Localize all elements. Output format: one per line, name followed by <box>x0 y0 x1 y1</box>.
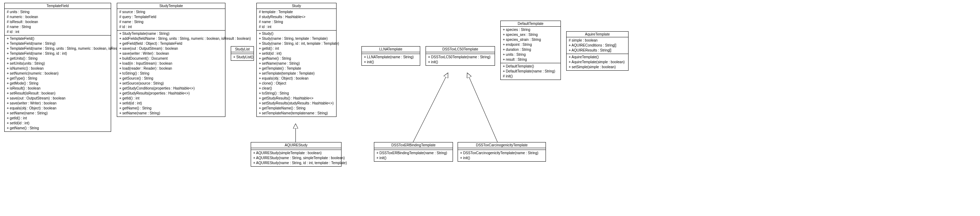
uml-member: # id : int <box>259 25 334 30</box>
uml-member: + save(writer : Writer) : boolean <box>119 51 223 56</box>
class-ops: + DSSToxCarcinogenicityTemplate(name : S… <box>458 150 546 161</box>
uml-member: + addFields(fieldName : String, units : … <box>119 36 223 41</box>
class-title: StudyTemplate <box>117 3 225 9</box>
uml-member: + getType() : String <box>7 76 108 81</box>
uml-member: + setTemplate(template : Template) <box>259 71 334 76</box>
uml-member: + setId(id : int) <box>7 121 108 126</box>
uml-member: + getTemplate() : Template <box>259 66 334 71</box>
uml-member: + getName() : String <box>259 56 334 61</box>
uml-member: # init() <box>503 74 558 79</box>
uml-member: + setStudyResults(studyResults : Hashtab… <box>259 101 334 106</box>
uml-member: # id : int <box>119 25 223 30</box>
uml-member: # studyResults : Hashtable<> <box>259 14 334 19</box>
uml-member: # id : int <box>7 30 108 35</box>
uml-member: # name : String <box>119 19 223 25</box>
class-ops: + AQUIREStudy(simpleTemplate : boolean)+… <box>251 150 341 166</box>
uml-member: + units : String <box>503 52 558 57</box>
class-AQUIREStudy: AQUIREStudy + AQUIREStudy(simpleTemplate… <box>251 142 342 167</box>
uml-member: + StudyList() <box>233 55 251 60</box>
uml-member: + DefaultTemplate() <box>503 64 558 69</box>
uml-member: + getStudyConditions(properties : Hashta… <box>119 86 223 91</box>
uml-member: + getField(field : Object) : TemplateFie… <box>119 41 223 46</box>
uml-member: + init() <box>364 60 418 65</box>
uml-member: + getStudyResults(properties : Hashtable… <box>119 91 223 96</box>
uml-member: + equals(obj : Object) : boolean <box>259 76 334 81</box>
class-ops: + StudyList() <box>231 54 253 60</box>
class-title: AquireTemplate <box>566 32 628 37</box>
uml-member: + endpoint : String <box>503 42 558 47</box>
uml-member: + species_sex : String <box>503 32 558 37</box>
uml-member: + Study() <box>259 31 334 36</box>
uml-member: + TemplateField(name : String) <box>7 41 108 46</box>
uml-member: + LLNATemplate(name : String) <box>364 55 418 60</box>
class-AquireTemplate: AquireTemplate # simple : boolean+ AQUIR… <box>566 31 628 71</box>
class-title: TemplateField <box>5 3 111 9</box>
class-attrs: # source : String# query : TemplateField… <box>117 9 225 30</box>
uml-member: + toString() : String <box>259 91 334 96</box>
uml-member: + clone() : Object <box>259 81 334 86</box>
uml-member: + DSSToxCarcinogenicityTemplate(name : S… <box>460 151 543 156</box>
uml-member: + AQUIREStudy(name : String, id : int, t… <box>253 161 339 166</box>
uml-member: + getName() : String <box>119 106 223 111</box>
uml-member: + save(out : OutputStream) : boolean <box>119 46 223 51</box>
uml-member: # name : String <box>7 25 108 30</box>
class-ops: + LLNATemplate(name : String)+ init() <box>362 54 420 65</box>
uml-member: + setTemplateName(templatename : String) <box>259 111 334 116</box>
uml-member: + setName(name : String) <box>119 111 223 116</box>
uml-member: + isResult() : boolean <box>7 86 108 91</box>
uml-member: + clear() <box>259 86 334 91</box>
uml-member: + getId() : int <box>7 116 108 121</box>
uml-member: + TemplateField(name : String, units : S… <box>7 46 108 51</box>
class-DefaultTemplate: DefaultTemplate + species : String+ spec… <box>500 20 561 80</box>
uml-member: + init() <box>428 60 493 65</box>
uml-member: + AQUIREStudy(name : String, simpleTempl… <box>253 156 339 161</box>
uml-member: # isResult : boolean <box>7 19 108 25</box>
uml-member: + DefaultTemplate(name : String) <box>503 69 558 74</box>
uml-member: + buildDocument() : Document <box>119 56 223 61</box>
uml-member: + getName() : String <box>7 126 108 131</box>
uml-member: + getMode() : String <box>7 81 108 86</box>
uml-member: + getId() : int <box>259 46 334 51</box>
uml-member: # query : TemplateField <box>119 14 223 19</box>
uml-member: + getId() : int <box>119 96 223 101</box>
uml-member: + getStudyResults() : Hashtable<> <box>259 96 334 101</box>
uml-member: + setName(name : String) <box>7 111 108 116</box>
uml-member: + save(out : OutputStream) : boolean <box>7 96 108 101</box>
uml-member: + toString() : String <box>119 71 223 76</box>
class-TemplateField: TemplateField # units : String# numeric … <box>4 3 111 132</box>
uml-member: + getSource() : String <box>119 76 223 81</box>
uml-member: + setSimple(simple : boolean) <box>569 65 626 69</box>
uml-member: + isNumeric() : boolean <box>7 66 108 71</box>
uml-member: + save(writer : Writer) : boolean <box>7 101 108 106</box>
class-title: DefaultTemplate <box>501 21 560 27</box>
uml-member: + setUnits(units : String) <box>7 61 108 66</box>
uml-member: # units : String <box>7 9 108 14</box>
uml-member: + AquireTemplate(simple : boolean) <box>569 60 626 65</box>
uml-member: # name : String <box>259 19 334 25</box>
uml-member: + AQUIREResults : String[] <box>569 48 626 53</box>
uml-member: + setId(id : int) <box>119 101 223 106</box>
class-ops: + DSSToxLC50Template(name : String)+ ini… <box>426 54 495 65</box>
class-DSSToxERBindingTemplate: DSSToxERBindingTemplate + DSSToxERBindin… <box>374 142 453 162</box>
class-StudyTemplate: StudyTemplate # source : String# query :… <box>117 3 226 117</box>
class-DSSToxLC50Template: DSSToxLC50Template + DSSToxLC50Template(… <box>426 46 495 66</box>
uml-member: + load(reader : Reader) : boolean <box>119 66 223 71</box>
class-ops: + Study()+ Study(name : String, template… <box>257 30 336 117</box>
uml-member: + DSSToxERBindingTemplate(name : String) <box>376 151 450 156</box>
class-attrs: + species : String+ species_sex : String… <box>501 27 560 63</box>
uml-member: + duration : String <box>503 47 558 52</box>
uml-member: + Study(name : String, template : Templa… <box>259 36 334 41</box>
uml-member: + TemplateField() <box>7 36 108 41</box>
class-LLNATemplate: LLNATemplate + LLNATemplate(name : Strin… <box>361 46 420 66</box>
uml-member: + AQUIREConditions : String[] <box>569 43 626 48</box>
uml-member: + init() <box>460 156 543 161</box>
uml-member: + load(in : InputStream) : boolean <box>119 61 223 66</box>
uml-member: # template : Template <box>259 9 334 14</box>
uml-member: + species : String <box>503 27 558 32</box>
uml-member: + setNumeric(numeric : boolean) <box>7 71 108 76</box>
class-StudyList: StudyList + StudyList() <box>231 46 254 61</box>
class-title: Study <box>257 3 336 9</box>
uml-member: + getTemplateName() : String <box>259 106 334 111</box>
uml-member: + DSSToxLC50Template(name : String) <box>428 55 493 60</box>
uml-member: + StudyTemplate(name : String) <box>119 31 223 36</box>
